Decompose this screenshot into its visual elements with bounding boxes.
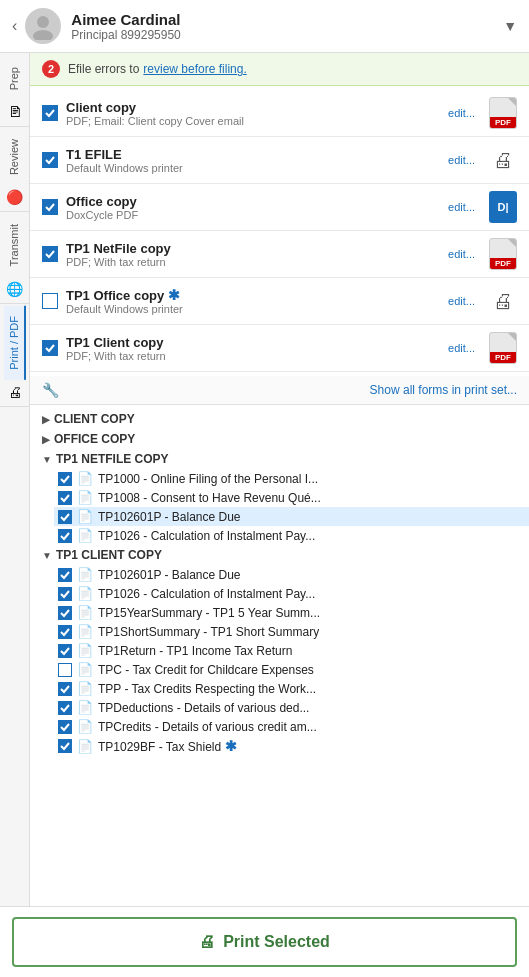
tree-item-check[interactable] (58, 510, 72, 524)
tree-item-label: TPP - Tax Credits Respecting the Work... (98, 682, 316, 696)
tree-group-header-tp1-netfile-group[interactable]: ▼TP1 NETFILE COPY (38, 449, 529, 469)
tree-item[interactable]: 📄TPC - Tax Credit for Childcare Expenses (54, 660, 529, 679)
tab-print[interactable]: Print / PDF (4, 306, 26, 380)
tab-prep[interactable]: Prep (4, 57, 26, 100)
tree-item[interactable]: 📄TPP - Tax Credits Respecting the Work..… (54, 679, 529, 698)
tree-group-header-office-copy-group[interactable]: ▶OFFICE COPY (38, 429, 529, 449)
content-area: 2 Efile errors to review before filing. … (30, 53, 529, 906)
transmit-icon: 🌐 (6, 281, 23, 297)
tree-group-tp1-client-group: ▼TP1 CLIENT COPY📄TP102601P - Balance Due… (38, 545, 529, 756)
printer-icon: 🖨 (493, 290, 513, 313)
tree-item[interactable]: 📄TP1026 - Calculation of Instalment Pay.… (54, 584, 529, 603)
print-item-edit-client-copy[interactable]: edit... (448, 107, 475, 119)
print-item-check-tp1-netfile[interactable] (42, 246, 58, 262)
error-text: Efile errors to (68, 62, 139, 76)
tree-items-tp1-client-group: 📄TP102601P - Balance Due📄TP1026 - Calcul… (54, 565, 529, 756)
print-item-body-client-copy: Client copyPDF; Email: Client copy Cover… (66, 100, 440, 127)
print-selected-button[interactable]: 🖨 Print Selected (12, 917, 517, 967)
show-forms-row: 🔧 Show all forms in print set... (30, 376, 529, 405)
tree-item-label: TPDeductions - Details of various ded... (98, 701, 309, 715)
tree-item[interactable]: 📄TP102601P - Balance Due (54, 507, 529, 526)
print-item-edit-tp1-office[interactable]: edit... (448, 295, 475, 307)
tree-item[interactable]: 📄TP15YearSummary - TP1 5 Year Summ... (54, 603, 529, 622)
tree-item-check[interactable] (58, 644, 72, 658)
tree-item-check[interactable] (58, 491, 72, 505)
tree-item[interactable]: 📄TP1008 - Consent to Have Revenu Qué... (54, 488, 529, 507)
tree-arrow-client-copy-group: ▶ (42, 414, 50, 425)
tree-group-tp1-netfile-group: ▼TP1 NETFILE COPY📄TP1000 - Online Filing… (38, 449, 529, 545)
print-item-edit-office-copy[interactable]: edit... (448, 201, 475, 213)
print-button-row: 🖨 Print Selected (0, 906, 529, 977)
print-item-title-office-copy: Office copy (66, 194, 440, 209)
tree-group-header-client-copy-group[interactable]: ▶CLIENT COPY (38, 409, 529, 429)
print-item-check-tp1-office[interactable] (42, 293, 58, 309)
back-button[interactable]: ‹ (12, 17, 17, 35)
print-item-edit-t1-efile[interactable]: edit... (448, 154, 475, 166)
print-item-check-client-copy[interactable] (42, 105, 58, 121)
tree-item-check[interactable] (58, 663, 72, 677)
tree-item-check[interactable] (58, 682, 72, 696)
app-container: ‹ Aimee Cardinal Principal 899295950 ▼ P… (0, 0, 529, 977)
tree-group-office-copy-group: ▶OFFICE COPY (38, 429, 529, 449)
tab-transmit[interactable]: Transmit (4, 214, 26, 276)
header-dropdown-icon[interactable]: ▼ (503, 18, 517, 34)
tree-item[interactable]: 📄TP102601P - Balance Due (54, 565, 529, 584)
tree-item-check[interactable] (58, 606, 72, 620)
print-item-icon-office-copy: D| (487, 191, 519, 223)
print-item-sub-office-copy: DoxCycle PDF (66, 209, 440, 221)
print-item-check-tp1-client[interactable] (42, 340, 58, 356)
print-list: Client copyPDF; Email: Client copy Cover… (30, 86, 529, 376)
tree-item-label: TP102601P - Balance Due (98, 568, 241, 582)
tree-item-check[interactable] (58, 720, 72, 734)
tree-item-label: TP1Return - TP1 Income Tax Return (98, 644, 292, 658)
tree-item-check[interactable] (58, 739, 72, 753)
tree-item-check[interactable] (58, 529, 72, 543)
print-item-edit-tp1-client[interactable]: edit... (448, 342, 475, 354)
dox-icon: D| (489, 191, 517, 223)
tree-item-check[interactable] (58, 472, 72, 486)
document-icon: 📄 (77, 739, 93, 754)
error-banner: 2 Efile errors to review before filing. (30, 53, 529, 86)
tree-item-label: TP1029BF - Tax Shield ✱ (98, 738, 237, 754)
print-item-office-copy: Office copyDoxCycle PDFedit...D| (30, 184, 529, 231)
tree-item-check[interactable] (58, 701, 72, 715)
tree-item[interactable]: 📄TP1ShortSummary - TP1 Short Summary (54, 622, 529, 641)
print-item-edit-tp1-netfile[interactable]: edit... (448, 248, 475, 260)
tree-item[interactable]: 📄TP1026 - Calculation of Instalment Pay.… (54, 526, 529, 545)
tree-item-check[interactable] (58, 625, 72, 639)
print-item-sub-tp1-office: Default Windows printer (66, 303, 440, 315)
tree-item-check[interactable] (58, 587, 72, 601)
tree-item-label: TP1026 - Calculation of Instalment Pay..… (98, 529, 315, 543)
tree-item[interactable]: 📄TP1Return - TP1 Income Tax Return (54, 641, 529, 660)
tree-items-tp1-netfile-group: 📄TP1000 - Online Filing of the Personal … (54, 469, 529, 545)
tree-item[interactable]: 📄TPCredits - Details of various credit a… (54, 717, 529, 736)
document-icon: 📄 (77, 643, 93, 658)
print-item-title-client-copy: Client copy (66, 100, 440, 115)
error-link[interactable]: review before filing. (143, 62, 246, 76)
printer-icon: 🖨 (199, 933, 215, 951)
document-icon: 📄 (77, 662, 93, 677)
print-item-sub-t1-efile: Default Windows printer (66, 162, 440, 174)
print-item-check-t1-efile[interactable] (42, 152, 58, 168)
tree-item-label: TP15YearSummary - TP1 5 Year Summ... (98, 606, 320, 620)
tree-item[interactable]: 📄TP1000 - Online Filing of the Personal … (54, 469, 529, 488)
show-forms-link[interactable]: Show all forms in print set... (370, 383, 517, 397)
tree-group-label-client-copy-group: CLIENT COPY (54, 412, 135, 426)
tree-item[interactable]: 📄TPDeductions - Details of various ded..… (54, 698, 529, 717)
document-icon: 📄 (77, 509, 93, 524)
tree-group-header-tp1-client-group[interactable]: ▼TP1 CLIENT COPY (38, 545, 529, 565)
tree-group-label-tp1-netfile-group: TP1 NETFILE COPY (56, 452, 169, 466)
print-item-tp1-netfile: TP1 NetFile copyPDF; With tax returnedit… (30, 231, 529, 278)
print-item-check-office-copy[interactable] (42, 199, 58, 215)
print-item-tp1-client: TP1 Client copyPDF; With tax returnedit.… (30, 325, 529, 372)
tab-review[interactable]: Review (4, 129, 26, 185)
tree-item-check[interactable] (58, 568, 72, 582)
print-item-body-t1-efile: T1 EFILEDefault Windows printer (66, 147, 440, 174)
print-item-body-tp1-netfile: TP1 NetFile copyPDF; With tax return (66, 241, 440, 268)
tree-item[interactable]: 📄TP1029BF - Tax Shield ✱ (54, 736, 529, 756)
pdf-icon: PDF (489, 332, 517, 364)
tree-group-label-office-copy-group: OFFICE COPY (54, 432, 135, 446)
review-tab-group: Review 🔴 (0, 129, 29, 212)
document-icon: 📄 (77, 528, 93, 543)
print-item-icon-t1-efile: 🖨 (487, 144, 519, 176)
